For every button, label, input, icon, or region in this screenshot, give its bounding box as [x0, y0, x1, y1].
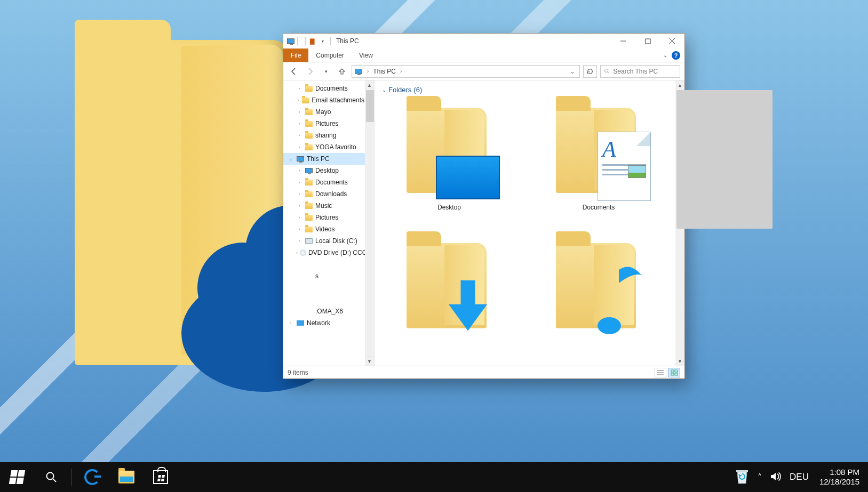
ribbon-expand-icon[interactable]: ⌄ [663, 52, 667, 58]
tree-item[interactable] [283, 259, 374, 270]
tree-item[interactable]: ›Pictures [283, 212, 374, 223]
tab-view[interactable]: View [352, 49, 380, 62]
refresh-button[interactable] [583, 65, 597, 78]
folder-icon [305, 131, 313, 140]
tree-item[interactable]: ›Downloads [283, 188, 374, 200]
tree-item[interactable]: ›Email attachments [283, 94, 374, 106]
address-history-icon[interactable]: ⌄ [568, 68, 577, 75]
system-clock[interactable]: 1:08 PM 12/18/2015 [816, 467, 863, 487]
tree-item[interactable]: ›sharing [283, 130, 374, 141]
chevron-right-icon[interactable]: › [296, 215, 302, 220]
address-bar[interactable]: › This PC › ⌄ [352, 65, 580, 78]
scroll-down-icon[interactable]: ▼ [365, 357, 374, 366]
breadcrumb-this-pc[interactable]: This PC [373, 68, 396, 75]
tree-item[interactable]: ›Network [283, 317, 374, 329]
tab-computer[interactable]: Computer [308, 49, 352, 62]
tree-item[interactable]: ›Documents [283, 83, 374, 94]
folder-item[interactable]: A Documents [540, 97, 657, 211]
folder-thumbnail [401, 232, 497, 334]
tree-item[interactable]: ›Mayo [283, 106, 374, 118]
start-button[interactable] [0, 462, 34, 492]
chevron-right-icon[interactable]: › [296, 121, 302, 126]
chevron-right-icon[interactable]: › [296, 180, 302, 185]
scroll-thumb[interactable] [676, 90, 773, 229]
chevron-right-icon[interactable]: › [296, 133, 302, 138]
system-icon[interactable] [286, 37, 295, 45]
taskbar-file-explorer[interactable] [109, 462, 144, 492]
svg-point-4 [604, 69, 608, 72]
tree-item-label: :OMA_X6 [315, 308, 343, 315]
content-scrollbar[interactable]: ▲ ▼ [675, 80, 684, 366]
tab-file[interactable]: File [283, 49, 308, 62]
folder-icon [305, 84, 313, 93]
taskbar-store[interactable] [144, 462, 178, 492]
details-view-button[interactable] [655, 368, 666, 377]
taskbar-edge[interactable] [75, 462, 109, 492]
folder-thumbnail [401, 97, 497, 198]
title-bar[interactable]: ▇ ▾ This PC [283, 34, 684, 49]
tree-item[interactable]: ›DVD Drive (D:) CCCOMA_X64FRE [283, 247, 374, 259]
chevron-right-icon[interactable]: › [296, 191, 302, 197]
folder-item[interactable] [391, 232, 508, 334]
help-icon[interactable]: ? [672, 51, 680, 60]
forward-button[interactable] [304, 65, 316, 78]
back-button[interactable] [288, 65, 300, 78]
tree-item[interactable]: ›YOGA favorito [283, 141, 374, 153]
chevron-right-icon[interactable]: › [296, 109, 302, 115]
chevron-right-icon[interactable]: › [296, 144, 302, 150]
folder-item[interactable]: Desktop [391, 97, 508, 211]
search-input[interactable] [613, 68, 676, 75]
chevron-right-icon[interactable]: › [399, 68, 403, 74]
qat-properties-icon[interactable] [297, 37, 306, 45]
folder-thumbnail [551, 232, 647, 334]
tray-overflow-icon[interactable]: ˄ [758, 472, 762, 482]
volume-icon[interactable] [769, 470, 782, 485]
ribbon-tabs: File Computer View ⌄ ? [283, 49, 684, 62]
search-box[interactable] [600, 65, 680, 78]
tree-item[interactable]: ›Pictures [283, 118, 374, 130]
tree-item[interactable] [283, 294, 374, 305]
chevron-right-icon[interactable]: › [288, 320, 294, 326]
tree-item[interactable]: ›Desktop [283, 165, 374, 176]
chevron-right-icon[interactable]: › [296, 250, 298, 255]
tree-item[interactable]: :OMA_X6 [283, 305, 374, 317]
blank-icon [305, 284, 313, 292]
tree-item[interactable]: ›Videos [283, 223, 374, 235]
scroll-up-icon[interactable]: ▲ [365, 80, 374, 90]
close-button[interactable] [660, 34, 684, 49]
tree-item[interactable]: ›Local Disk (C:) [283, 235, 374, 247]
chevron-right-icon[interactable]: › [366, 68, 370, 74]
qat-dropdown-icon[interactable]: ▾ [318, 37, 327, 45]
tree-item[interactable] [283, 282, 374, 294]
tree-item[interactable]: ⌄This PC [283, 153, 374, 165]
tree-item[interactable]: ›Documents [283, 176, 374, 188]
blank-icon [305, 307, 313, 316]
chevron-down-icon[interactable]: ⌄ [288, 156, 294, 162]
scroll-thumb[interactable] [366, 90, 375, 122]
scroll-up-icon[interactable]: ▲ [675, 80, 684, 90]
qat-new-folder-icon[interactable]: ▇ [308, 37, 316, 45]
maximize-button[interactable] [635, 34, 660, 49]
chevron-right-icon[interactable]: › [296, 168, 302, 173]
chevron-right-icon[interactable]: › [296, 86, 302, 91]
store-icon [153, 470, 168, 484]
group-header-folders[interactable]: ⌄ Folders (6) [375, 80, 684, 97]
minimize-button[interactable] [611, 34, 635, 49]
large-icons-view-button[interactable] [668, 368, 680, 377]
tree-item-label: This PC [307, 155, 330, 163]
up-button[interactable] [336, 65, 348, 78]
chevron-right-icon[interactable]: › [296, 203, 302, 208]
language-indicator[interactable]: DEU [790, 472, 809, 482]
search-button[interactable] [34, 462, 68, 492]
chevron-right-icon[interactable]: › [296, 238, 302, 244]
scroll-down-icon[interactable]: ▼ [675, 357, 684, 366]
tree-item[interactable]: ›Music [283, 200, 374, 212]
recent-locations-button[interactable]: ▾ [320, 65, 332, 78]
folder-item[interactable] [540, 232, 657, 334]
file-explorer-icon [118, 471, 134, 483]
tree-scrollbar[interactable]: ▲ ▼ [365, 80, 374, 366]
chevron-right-icon[interactable]: › [296, 98, 300, 103]
chevron-right-icon[interactable]: › [296, 227, 302, 232]
tree-item[interactable]: s [283, 270, 374, 282]
recycle-bin-icon[interactable] [734, 467, 750, 487]
